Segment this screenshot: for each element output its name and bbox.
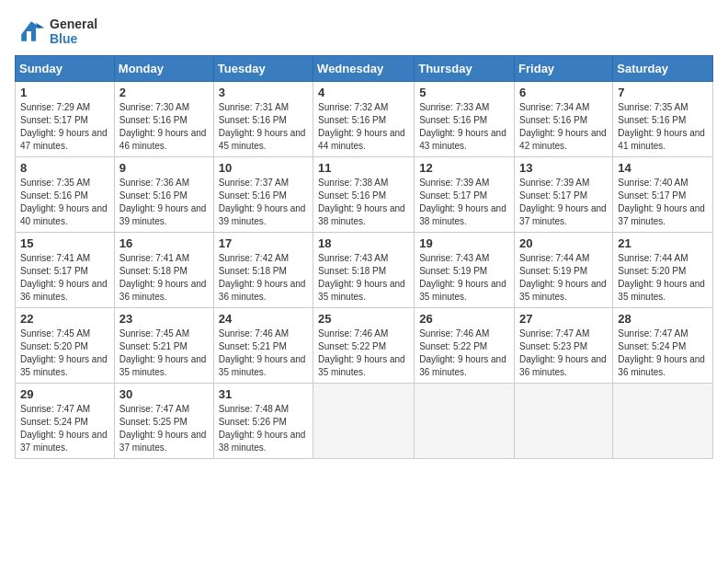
header-friday: Friday bbox=[515, 56, 613, 82]
day-cell-9: 9 Sunrise: 7:36 AM Sunset: 5:16 PM Dayli… bbox=[114, 157, 213, 233]
daylight-label: Daylight: 9 hours and 35 minutes. bbox=[519, 279, 607, 302]
day-number: 9 bbox=[119, 161, 209, 175]
daylight-label: Daylight: 9 hours and 38 minutes. bbox=[318, 203, 405, 226]
header-thursday: Thursday bbox=[415, 56, 515, 82]
day-cell-28: 28 Sunrise: 7:47 AM Sunset: 5:24 PM Dayl… bbox=[613, 308, 713, 384]
sunrise-label: Sunrise: 7:38 AM bbox=[318, 178, 388, 188]
day-info: Sunrise: 7:35 AM Sunset: 5:16 PM Dayligh… bbox=[20, 177, 109, 228]
day-number: 23 bbox=[119, 312, 209, 326]
header-saturday: Saturday bbox=[613, 56, 713, 82]
day-cell-13: 13 Sunrise: 7:39 AM Sunset: 5:17 PM Dayl… bbox=[515, 157, 613, 233]
daylight-label: Daylight: 9 hours and 43 minutes. bbox=[419, 128, 506, 151]
day-number: 26 bbox=[419, 312, 509, 326]
sunrise-label: Sunrise: 7:42 AM bbox=[219, 253, 289, 263]
day-cell-22: 22 Sunrise: 7:45 AM Sunset: 5:20 PM Dayl… bbox=[16, 308, 115, 384]
day-info: Sunrise: 7:47 AM Sunset: 5:24 PM Dayligh… bbox=[20, 403, 109, 454]
sunrise-label: Sunrise: 7:47 AM bbox=[20, 404, 90, 414]
day-number: 20 bbox=[519, 236, 608, 250]
sunset-label: Sunset: 5:17 PM bbox=[20, 115, 88, 125]
sunrise-label: Sunrise: 7:35 AM bbox=[618, 102, 688, 112]
day-info: Sunrise: 7:45 AM Sunset: 5:21 PM Dayligh… bbox=[119, 327, 209, 379]
calendar-table: SundayMondayTuesdayWednesdayThursdayFrid… bbox=[15, 55, 713, 459]
sunset-label: Sunset: 5:16 PM bbox=[618, 115, 686, 125]
daylight-label: Daylight: 9 hours and 46 minutes. bbox=[119, 128, 207, 151]
day-info: Sunrise: 7:30 AM Sunset: 5:16 PM Dayligh… bbox=[119, 101, 209, 153]
day-cell-18: 18 Sunrise: 7:43 AM Sunset: 5:18 PM Dayl… bbox=[313, 233, 415, 308]
day-info: Sunrise: 7:36 AM Sunset: 5:16 PM Dayligh… bbox=[119, 177, 209, 228]
day-info: Sunrise: 7:35 AM Sunset: 5:16 PM Dayligh… bbox=[618, 101, 708, 153]
logo-container: General Blue bbox=[15, 15, 97, 48]
week-row-3: 15 Sunrise: 7:41 AM Sunset: 5:17 PM Dayl… bbox=[16, 233, 713, 308]
page-header: General Blue bbox=[15, 15, 713, 48]
day-cell-29: 29 Sunrise: 7:47 AM Sunset: 5:24 PM Dayl… bbox=[16, 384, 115, 459]
logo: General Blue bbox=[15, 15, 97, 48]
sunrise-label: Sunrise: 7:36 AM bbox=[119, 178, 189, 188]
sunset-label: Sunset: 5:17 PM bbox=[519, 190, 587, 201]
sunrise-label: Sunrise: 7:33 AM bbox=[419, 102, 489, 112]
day-number: 13 bbox=[519, 161, 608, 175]
sunset-label: Sunset: 5:17 PM bbox=[20, 266, 88, 276]
daylight-label: Daylight: 9 hours and 42 minutes. bbox=[519, 128, 607, 151]
day-number: 19 bbox=[419, 236, 509, 250]
day-info: Sunrise: 7:37 AM Sunset: 5:16 PM Dayligh… bbox=[219, 177, 308, 228]
sunrise-label: Sunrise: 7:32 AM bbox=[318, 102, 388, 112]
calendar-header-row: SundayMondayTuesdayWednesdayThursdayFrid… bbox=[16, 56, 713, 82]
day-cell-25: 25 Sunrise: 7:46 AM Sunset: 5:22 PM Dayl… bbox=[313, 308, 415, 384]
sunset-label: Sunset: 5:16 PM bbox=[419, 115, 487, 125]
week-row-1: 1 Sunrise: 7:29 AM Sunset: 5:17 PM Dayli… bbox=[16, 82, 713, 157]
day-number: 25 bbox=[318, 312, 409, 326]
sunset-label: Sunset: 5:18 PM bbox=[119, 266, 188, 276]
day-number: 16 bbox=[119, 236, 209, 250]
sunrise-label: Sunrise: 7:41 AM bbox=[119, 253, 189, 263]
day-number: 31 bbox=[219, 387, 308, 401]
week-row-5: 29 Sunrise: 7:47 AM Sunset: 5:24 PM Dayl… bbox=[16, 384, 713, 459]
day-cell-21: 21 Sunrise: 7:44 AM Sunset: 5:20 PM Dayl… bbox=[613, 233, 713, 308]
week-row-2: 8 Sunrise: 7:35 AM Sunset: 5:16 PM Dayli… bbox=[16, 157, 713, 233]
day-cell-24: 24 Sunrise: 7:46 AM Sunset: 5:21 PM Dayl… bbox=[213, 308, 313, 384]
day-number: 28 bbox=[618, 312, 708, 326]
sunrise-label: Sunrise: 7:47 AM bbox=[519, 328, 589, 339]
day-number: 30 bbox=[119, 387, 209, 401]
day-number: 10 bbox=[219, 161, 308, 175]
sunset-label: Sunset: 5:16 PM bbox=[119, 115, 188, 125]
header-monday: Monday bbox=[114, 56, 213, 82]
daylight-label: Daylight: 9 hours and 36 minutes. bbox=[119, 279, 207, 302]
day-cell-20: 20 Sunrise: 7:44 AM Sunset: 5:19 PM Dayl… bbox=[515, 233, 613, 308]
sunset-label: Sunset: 5:21 PM bbox=[119, 341, 188, 351]
sunset-label: Sunset: 5:20 PM bbox=[20, 341, 88, 351]
sunrise-label: Sunrise: 7:47 AM bbox=[119, 404, 189, 414]
day-cell-8: 8 Sunrise: 7:35 AM Sunset: 5:16 PM Dayli… bbox=[16, 157, 115, 233]
day-info: Sunrise: 7:41 AM Sunset: 5:17 PM Dayligh… bbox=[20, 252, 109, 304]
sunset-label: Sunset: 5:16 PM bbox=[519, 115, 587, 125]
sunset-label: Sunset: 5:26 PM bbox=[219, 417, 287, 427]
day-cell-6: 6 Sunrise: 7:34 AM Sunset: 5:16 PM Dayli… bbox=[515, 82, 613, 157]
sunrise-label: Sunrise: 7:46 AM bbox=[419, 328, 489, 339]
logo-icon bbox=[15, 15, 48, 48]
empty-cell bbox=[515, 384, 613, 459]
day-number: 22 bbox=[20, 312, 109, 326]
daylight-label: Daylight: 9 hours and 35 minutes. bbox=[20, 354, 108, 377]
sunset-label: Sunset: 5:16 PM bbox=[318, 115, 386, 125]
sunrise-label: Sunrise: 7:31 AM bbox=[219, 102, 289, 112]
day-info: Sunrise: 7:46 AM Sunset: 5:21 PM Dayligh… bbox=[219, 327, 308, 379]
day-number: 14 bbox=[618, 161, 708, 175]
daylight-label: Daylight: 9 hours and 45 minutes. bbox=[219, 128, 306, 151]
day-info: Sunrise: 7:34 AM Sunset: 5:16 PM Dayligh… bbox=[519, 101, 608, 153]
day-info: Sunrise: 7:45 AM Sunset: 5:20 PM Dayligh… bbox=[20, 327, 109, 379]
header-wednesday: Wednesday bbox=[313, 56, 415, 82]
sunrise-label: Sunrise: 7:44 AM bbox=[519, 253, 589, 263]
day-number: 27 bbox=[519, 312, 608, 326]
day-info: Sunrise: 7:47 AM Sunset: 5:24 PM Dayligh… bbox=[618, 327, 708, 379]
sunset-label: Sunset: 5:18 PM bbox=[318, 266, 386, 276]
header-tuesday: Tuesday bbox=[213, 56, 313, 82]
daylight-label: Daylight: 9 hours and 35 minutes. bbox=[219, 354, 306, 377]
sunset-label: Sunset: 5:17 PM bbox=[419, 190, 487, 201]
daylight-label: Daylight: 9 hours and 35 minutes. bbox=[119, 354, 207, 377]
day-number: 15 bbox=[20, 236, 109, 250]
day-info: Sunrise: 7:43 AM Sunset: 5:18 PM Dayligh… bbox=[318, 252, 409, 304]
sunrise-label: Sunrise: 7:34 AM bbox=[519, 102, 589, 112]
day-cell-27: 27 Sunrise: 7:47 AM Sunset: 5:23 PM Dayl… bbox=[515, 308, 613, 384]
day-info: Sunrise: 7:39 AM Sunset: 5:17 PM Dayligh… bbox=[419, 177, 509, 228]
day-info: Sunrise: 7:38 AM Sunset: 5:16 PM Dayligh… bbox=[318, 177, 409, 228]
daylight-label: Daylight: 9 hours and 36 minutes. bbox=[219, 279, 306, 302]
